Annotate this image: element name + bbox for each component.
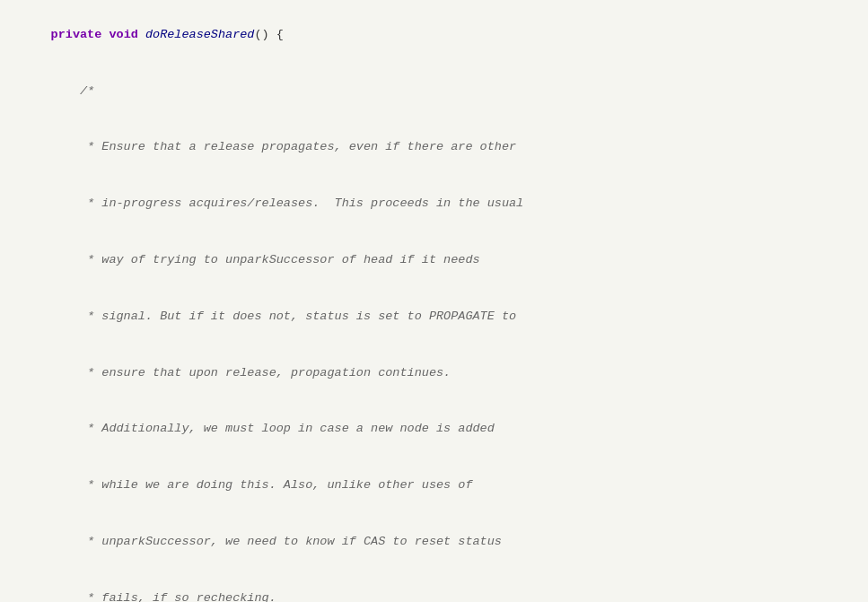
code-line-6: * signal. But if it does not, status is … xyxy=(0,289,868,345)
comment-line-4: * in-progress acquires/releases. This pr… xyxy=(51,196,524,210)
comment-line-6: * signal. But if it does not, status is … xyxy=(51,310,516,323)
keyword-void: void xyxy=(109,28,137,41)
line-6-content: * signal. But if it does not, status is … xyxy=(0,289,868,345)
comment-open: /* xyxy=(51,84,95,98)
code-line-8: * Additionally, we must loop in case a n… xyxy=(0,401,868,458)
comment-line-8: * Additionally, we must loop in case a n… xyxy=(51,422,495,435)
comment-line-3: * Ensure that a release propagates, even… xyxy=(51,140,516,153)
code-line-4: * in-progress acquires/releases. This pr… xyxy=(0,176,868,232)
code-line-5: * way of trying to unparkSuccessor of he… xyxy=(0,232,868,289)
line-3-content: * Ensure that a release propagates, even… xyxy=(0,120,868,177)
code-line-10: * unparkSuccessor, we need to know if CA… xyxy=(0,514,868,571)
line-1-content: private void doReleaseShared() { xyxy=(0,7,868,64)
line-8-content: * Additionally, we must loop in case a n… xyxy=(0,401,868,458)
comment-line-9: * while we are doing this. Also, unlike … xyxy=(51,478,473,492)
code-viewer: private void doReleaseShared() { /* * En… xyxy=(0,0,868,602)
code-line-3: * Ensure that a release propagates, even… xyxy=(0,120,868,177)
comment-line-10: * unparkSuccessor, we need to know if CA… xyxy=(51,535,502,548)
code-line-11: * fails, if so rechecking. xyxy=(0,571,868,602)
code-line-1: private void doReleaseShared() { xyxy=(0,7,868,64)
keyword-private: private xyxy=(51,28,102,41)
code-line-7: * ensure that upon release, propagation … xyxy=(0,345,868,402)
code-line-2: /* xyxy=(0,64,868,120)
line-11-content: * fails, if so rechecking. xyxy=(0,571,868,602)
comment-line-11: * fails, if so rechecking. xyxy=(51,591,276,602)
line-9-content: * while we are doing this. Also, unlike … xyxy=(0,458,868,514)
line-2-content: /* xyxy=(0,64,868,120)
method-doReleaseShared: doReleaseShared xyxy=(145,28,255,41)
comment-line-7: * ensure that upon release, propagation … xyxy=(51,366,452,380)
line-7-content: * ensure that upon release, propagation … xyxy=(0,345,868,402)
line-5-content: * way of trying to unparkSuccessor of he… xyxy=(0,232,868,289)
code-line-9: * while we are doing this. Also, unlike … xyxy=(0,458,868,514)
line-4-content: * in-progress acquires/releases. This pr… xyxy=(0,176,868,232)
line-10-content: * unparkSuccessor, we need to know if CA… xyxy=(0,514,868,571)
comment-line-5: * way of trying to unparkSuccessor of he… xyxy=(51,253,480,266)
